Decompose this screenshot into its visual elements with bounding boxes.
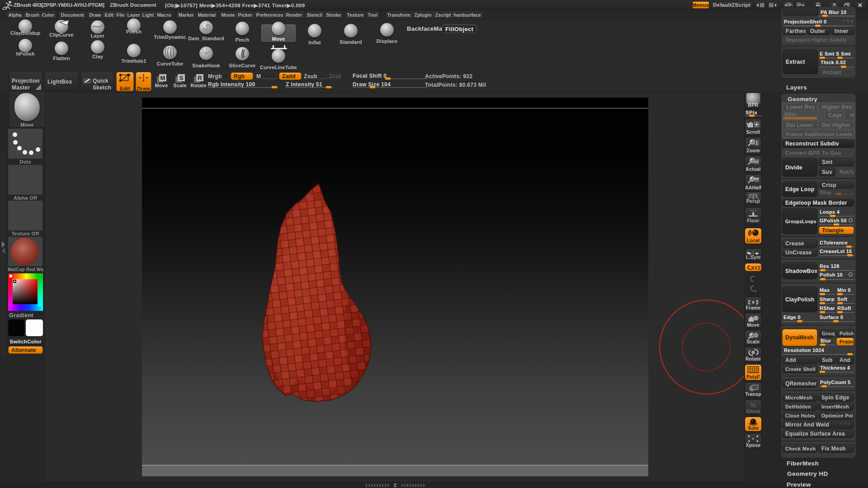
- svg-text:z: z: [755, 289, 756, 293]
- svg-text:M: M: [160, 75, 165, 81]
- svg-text:S: S: [179, 75, 184, 81]
- svg-text:x1: x1: [755, 160, 759, 163]
- svg-text:R: R: [198, 75, 202, 81]
- svg-text:XYZ: XYZ: [751, 265, 761, 271]
- svg-text:× Y z: × Y z: [750, 209, 756, 212]
